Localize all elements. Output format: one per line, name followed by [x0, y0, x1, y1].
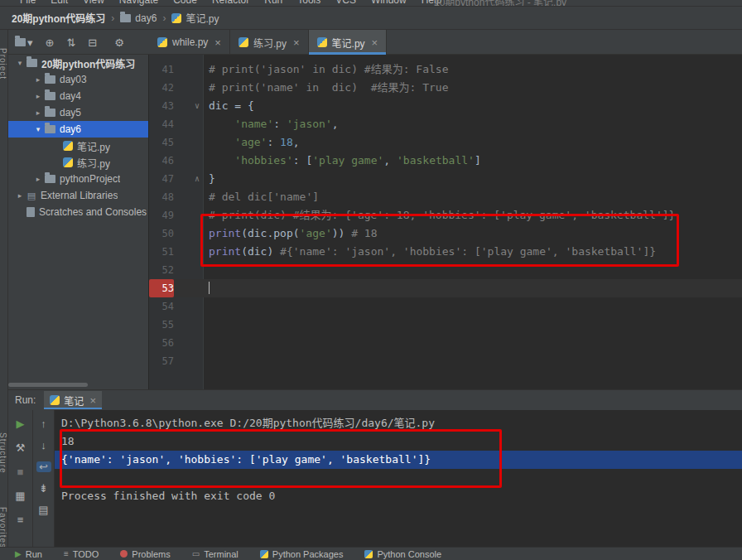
- editor-line[interactable]: 56: [149, 334, 742, 352]
- editor-tab[interactable]: 笔记.py×: [309, 30, 388, 55]
- chevron-right-icon[interactable]: ▸: [13, 191, 26, 200]
- close-icon[interactable]: ×: [293, 36, 300, 49]
- statusbar-item-python-console[interactable]: Python Console: [364, 549, 441, 559]
- menu-item-file[interactable]: File: [20, 0, 36, 6]
- statusbar-item-python-packages[interactable]: Python Packages: [260, 549, 344, 559]
- close-icon[interactable]: ×: [372, 36, 378, 49]
- breadcrumb-item[interactable]: 20期python代码练习: [12, 11, 105, 25]
- line-number[interactable]: 46: [149, 152, 174, 170]
- project-tree-item[interactable]: ▸day4: [8, 88, 148, 104]
- line-number[interactable]: 43: [149, 97, 174, 115]
- menu-item-edit[interactable]: Edit: [51, 0, 68, 6]
- editor-tab[interactable]: while.py×: [149, 30, 230, 55]
- fold-marker-icon[interactable]: ∨: [174, 97, 204, 115]
- project-panel-scrollbar[interactable]: [8, 383, 88, 387]
- statusbar-item-todo[interactable]: ≡TODO: [64, 549, 99, 559]
- line-number[interactable]: 57: [149, 352, 174, 370]
- editor-line[interactable]: 53: [149, 279, 742, 297]
- editor-line[interactable]: 55: [149, 316, 742, 334]
- rerun-icon[interactable]: ▶: [13, 418, 28, 432]
- line-number[interactable]: 44: [149, 115, 174, 133]
- stop-icon[interactable]: ■: [13, 466, 28, 480]
- line-number[interactable]: 52: [149, 261, 174, 279]
- console-line[interactable]: Process finished with exit code 0: [55, 487, 742, 505]
- line-number[interactable]: 45: [149, 133, 174, 152]
- editor-line[interactable]: 57: [149, 352, 742, 370]
- editor-line[interactable]: 51print(dic) #{'name': 'jason', 'hobbies…: [149, 243, 742, 261]
- statusbar-item-problems[interactable]: Problems: [120, 549, 170, 559]
- line-number[interactable]: 50: [149, 224, 174, 243]
- project-tree-item[interactable]: ▸▤External Libraries: [8, 187, 148, 204]
- fold-marker-icon[interactable]: ∧: [174, 170, 204, 188]
- menu-item-window[interactable]: Window: [371, 0, 407, 6]
- editor-line[interactable]: 42# print('name' in dic) #结果为: True: [149, 79, 742, 97]
- tool-window-button-favorites[interactable]: Favorites: [0, 507, 7, 548]
- editor-line[interactable]: 45 'age': 18,: [149, 133, 742, 152]
- chevron-down-icon[interactable]: ▾: [31, 125, 45, 133]
- editor-line[interactable]: 47∧}: [149, 170, 742, 188]
- statusbar-item-terminal[interactable]: ▭Terminal: [192, 549, 238, 559]
- menu-item-refactor[interactable]: Refactor: [212, 0, 249, 6]
- project-tree-item[interactable]: 练习.py: [8, 154, 148, 171]
- menu-item-tools[interactable]: Tools: [297, 0, 320, 6]
- line-number[interactable]: 56: [149, 334, 174, 352]
- up-stack-trace-icon[interactable]: ↑: [36, 418, 51, 429]
- project-tree-item[interactable]: ▾20期python代码练习: [8, 55, 148, 71]
- expand-all-icon[interactable]: ⇅: [66, 37, 75, 48]
- collapse-all-icon[interactable]: ⊟: [88, 37, 97, 48]
- line-number[interactable]: 41: [149, 60, 174, 79]
- breadcrumb-item[interactable]: day6: [120, 12, 157, 24]
- project-tree-item[interactable]: ▸day5: [8, 104, 148, 121]
- console-line[interactable]: D:\Python3.6.8\python.exe D:/20期python代码…: [55, 414, 742, 432]
- run-console-output[interactable]: D:\Python3.6.8\python.exe D:/20期python代码…: [55, 410, 742, 547]
- project-tree-item[interactable]: ▾day6: [8, 121, 148, 138]
- chevron-right-icon[interactable]: ▸: [31, 175, 45, 183]
- editor-line[interactable]: 54: [149, 297, 742, 316]
- chevron-right-icon[interactable]: ▸: [31, 92, 45, 100]
- soft-wrap-icon[interactable]: ↩: [36, 461, 51, 472]
- code-editor[interactable]: 41# print('jason' in dic) #结果为: False42#…: [149, 55, 742, 389]
- menu-item-view[interactable]: View: [83, 0, 104, 6]
- menu-item-vcs[interactable]: VCS: [335, 0, 356, 6]
- editor-line[interactable]: 41# print('jason' in dic) #结果为: False: [149, 60, 742, 79]
- down-stack-trace-icon[interactable]: ↓: [36, 440, 51, 451]
- editor-tab[interactable]: 练习.py×: [230, 30, 309, 55]
- restore-layout-icon[interactable]: ▦: [13, 490, 28, 504]
- locate-file-icon[interactable]: ⊕: [46, 37, 55, 48]
- editor-line[interactable]: 44 'name': 'jason',: [149, 115, 742, 133]
- breadcrumb-item[interactable]: 笔记.py: [171, 11, 219, 25]
- line-number[interactable]: 53: [149, 279, 174, 297]
- project-view-dropdown-icon[interactable]: ▾: [15, 37, 33, 48]
- console-line[interactable]: [55, 469, 742, 487]
- editor-line[interactable]: 48# del dic['name']: [149, 188, 742, 206]
- line-number[interactable]: 51: [149, 243, 174, 261]
- project-tree-item[interactable]: ▸pythonProject: [8, 171, 148, 187]
- console-line[interactable]: 18: [55, 432, 742, 451]
- line-number[interactable]: 47: [149, 170, 174, 188]
- project-tree-item[interactable]: ▸day03: [8, 71, 148, 88]
- editor-line[interactable]: 50print(dic.pop('age')) # 18: [149, 224, 742, 243]
- scroll-to-end-icon[interactable]: ⇟: [36, 483, 51, 494]
- close-icon[interactable]: ×: [214, 36, 221, 49]
- line-number[interactable]: 49: [149, 206, 174, 224]
- console-line[interactable]: {'name': 'jason', 'hobbies': ['play game…: [55, 451, 742, 469]
- menu-item-code[interactable]: Code: [173, 0, 197, 6]
- close-icon[interactable]: ×: [89, 394, 96, 407]
- tool-window-button-project[interactable]: Project: [0, 48, 7, 80]
- project-tree-item[interactable]: Scratches and Consoles: [8, 204, 148, 220]
- chevron-right-icon[interactable]: ▸: [31, 75, 45, 84]
- line-number[interactable]: 42: [149, 79, 174, 97]
- chevron-right-icon[interactable]: ▸: [31, 109, 45, 117]
- project-tree-item[interactable]: 笔记.py: [8, 138, 148, 154]
- menu-item-navigate[interactable]: Navigate: [119, 0, 158, 6]
- editor-line[interactable]: 49# print(dic) #结果为: {'age': 18, 'hobbie…: [149, 206, 742, 224]
- console-menu-icon[interactable]: ≡: [13, 514, 28, 528]
- tool-window-button-structure[interactable]: Structure: [0, 432, 7, 474]
- line-number[interactable]: 55: [149, 316, 174, 334]
- run-tab[interactable]: 笔记 ×: [44, 391, 102, 409]
- menu-item-run[interactable]: Run: [264, 0, 282, 6]
- line-number[interactable]: 54: [149, 297, 174, 316]
- chevron-down-icon[interactable]: ▾: [13, 59, 26, 67]
- wrench-icon[interactable]: ⚒: [13, 442, 28, 456]
- statusbar-item-run[interactable]: ▶Run: [15, 549, 42, 559]
